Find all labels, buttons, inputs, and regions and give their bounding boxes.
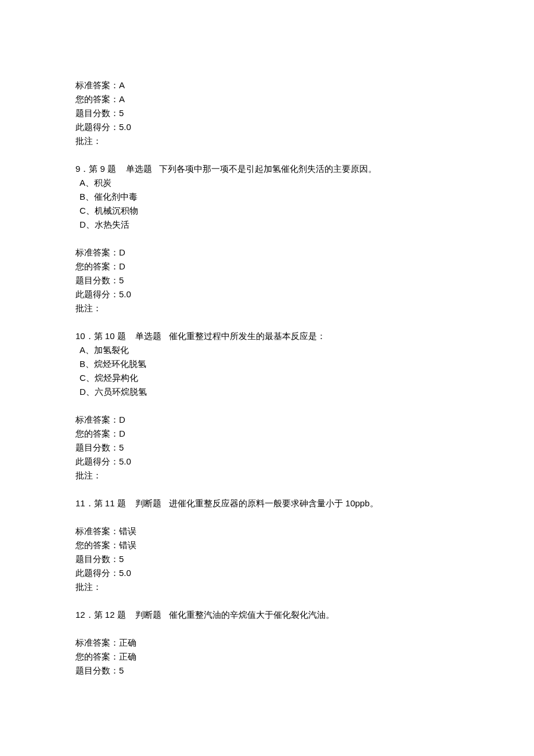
answer-standard-row: 标准答案：D <box>75 413 459 427</box>
question-12-answers: 标准答案：正确 您的答案：正确 题目分数：5 <box>75 636 459 678</box>
label-di: 第 <box>94 498 103 508</box>
q-type: 单选题 <box>135 331 161 341</box>
spacer <box>126 498 136 508</box>
question-9-answers: 标准答案：D 您的答案：D 题目分数：5 此题得分：5.0 批注： <box>75 246 459 315</box>
value-points: 5 <box>119 275 124 285</box>
answer-your-row: 您的答案：D <box>75 260 459 273</box>
q-seq: 11 <box>105 498 115 508</box>
answer-points-row: 题目分数：5 <box>75 552 459 566</box>
option-D: D、六员环烷脱氢 <box>75 385 459 399</box>
question-stem: 11．第 11 题 判断题 进催化重整反应器的原料一般要求砷含量小于 10ppb… <box>75 496 459 510</box>
answer-your-row: 您的答案：正确 <box>75 650 459 664</box>
value-points: 5 <box>119 554 124 564</box>
label-standard: 标准答案： <box>75 415 119 424</box>
label-your: 您的答案： <box>75 540 119 550</box>
label-points: 题目分数： <box>75 108 119 118</box>
dot: ． <box>80 164 89 174</box>
label-ti: 题 <box>107 164 116 174</box>
label-ti: 题 <box>117 498 126 508</box>
spacer <box>161 498 169 508</box>
answer-note-row: 批注： <box>75 469 459 483</box>
spacer <box>161 331 169 341</box>
label-note: 批注： <box>75 582 102 592</box>
label-points: 题目分数： <box>75 665 119 675</box>
question-9: 9．第 9 题 单选题 下列各项中那一项不是引起加氢催化剂失活的主要原因。 A、… <box>75 162 459 232</box>
label-di: 第 <box>94 610 103 620</box>
spacer <box>126 331 136 341</box>
value-standard: D <box>119 415 125 424</box>
answer-standard-row: 标准答案：正确 <box>75 636 459 650</box>
label-your: 您的答案： <box>75 94 119 104</box>
answer-note-row: 批注： <box>75 580 459 594</box>
value-standard: D <box>119 247 125 257</box>
label-ti: 题 <box>117 331 126 341</box>
answer-earned-row: 此题得分：5.0 <box>75 120 459 134</box>
label-points: 题目分数： <box>75 442 119 452</box>
label-ti: 题 <box>117 610 126 620</box>
label-points: 题目分数： <box>75 275 119 285</box>
label-note: 批注： <box>75 303 102 313</box>
label-your: 您的答案： <box>75 261 119 271</box>
value-your: 错误 <box>119 540 136 550</box>
q-type: 单选题 <box>126 164 152 174</box>
q-type: 判断题 <box>135 610 161 620</box>
question-12: 12．第 12 题 判断题 催化重整汽油的辛烷值大于催化裂化汽油。 <box>75 608 459 622</box>
q-text: 进催化重整反应器的原料一般要求砷含量小于 10ppb。 <box>169 498 378 508</box>
answer-earned-row: 此题得分：5.0 <box>75 566 459 580</box>
question-stem: 9．第 9 题 单选题 下列各项中那一项不是引起加氢催化剂失活的主要原因。 <box>75 162 459 176</box>
answer-points-row: 题目分数：5 <box>75 664 459 678</box>
label-earned: 此题得分： <box>75 289 119 299</box>
answer-points-row: 题目分数：5 <box>75 106 459 120</box>
value-points: 5 <box>119 665 124 675</box>
q-text: 催化重整汽油的辛烷值大于催化裂化汽油。 <box>169 610 334 620</box>
value-standard: A <box>119 80 125 90</box>
label-standard: 标准答案： <box>75 80 119 90</box>
answer-note-row: 批注： <box>75 301 459 315</box>
value-points: 5 <box>119 108 124 118</box>
answer-points-row: 题目分数：5 <box>75 441 459 455</box>
value-earned: 5.0 <box>119 456 131 466</box>
value-standard: 正确 <box>119 638 136 647</box>
label-points: 题目分数： <box>75 554 119 564</box>
question-10-answers: 标准答案：D 您的答案：D 题目分数：5 此题得分：5.0 批注： <box>75 413 459 483</box>
value-points: 5 <box>119 442 124 452</box>
answer-earned-row: 此题得分：5.0 <box>75 455 459 469</box>
answer-your-row: 您的答案：A <box>75 92 459 106</box>
answer-note-row: 批注： <box>75 134 459 148</box>
answer-points-row: 题目分数：5 <box>75 273 459 287</box>
spacer <box>116 164 126 174</box>
label-note: 批注： <box>75 136 102 146</box>
value-your: A <box>119 94 125 104</box>
question-8-answers: 标准答案：A 您的答案：A 题目分数：5 此题得分：5.0 批注： <box>75 78 459 148</box>
answer-your-row: 您的答案：D <box>75 427 459 441</box>
q-text: 催化重整过程中所发生的最基本反应是： <box>169 331 326 341</box>
question-11-answers: 标准答案：错误 您的答案：错误 题目分数：5 此题得分：5.0 批注： <box>75 524 459 594</box>
spacer <box>152 164 160 174</box>
option-A: A、积炭 <box>75 176 459 190</box>
q-number: 12 <box>75 610 85 620</box>
spacer <box>126 610 136 620</box>
q-number: 10 <box>75 331 85 341</box>
q-seq: 12 <box>105 610 115 620</box>
answer-standard-row: 标准答案：错误 <box>75 524 459 538</box>
answer-standard-row: 标准答案：D <box>75 246 459 260</box>
label-di: 第 <box>94 331 103 341</box>
q-seq: 9 <box>100 164 105 174</box>
answer-earned-row: 此题得分：5.0 <box>75 287 459 301</box>
option-B: B、催化剂中毒 <box>75 190 459 204</box>
label-standard: 标准答案： <box>75 526 119 536</box>
label-standard: 标准答案： <box>75 247 119 257</box>
value-earned: 5.0 <box>119 122 131 132</box>
value-standard: 错误 <box>119 526 136 536</box>
question-11: 11．第 11 题 判断题 进催化重整反应器的原料一般要求砷含量小于 10ppb… <box>75 496 459 510</box>
spacer <box>161 610 169 620</box>
q-type: 判断题 <box>135 498 161 508</box>
value-your: D <box>119 429 125 438</box>
q-seq: 10 <box>105 331 115 341</box>
option-C: C、烷烃异构化 <box>75 371 459 385</box>
label-standard: 标准答案： <box>75 638 119 647</box>
q-text: 下列各项中那一项不是引起加氢催化剂失活的主要原因。 <box>159 164 377 174</box>
label-di: 第 <box>89 164 98 174</box>
dot: ． <box>85 498 94 508</box>
question-stem: 12．第 12 题 判断题 催化重整汽油的辛烷值大于催化裂化汽油。 <box>75 608 459 622</box>
